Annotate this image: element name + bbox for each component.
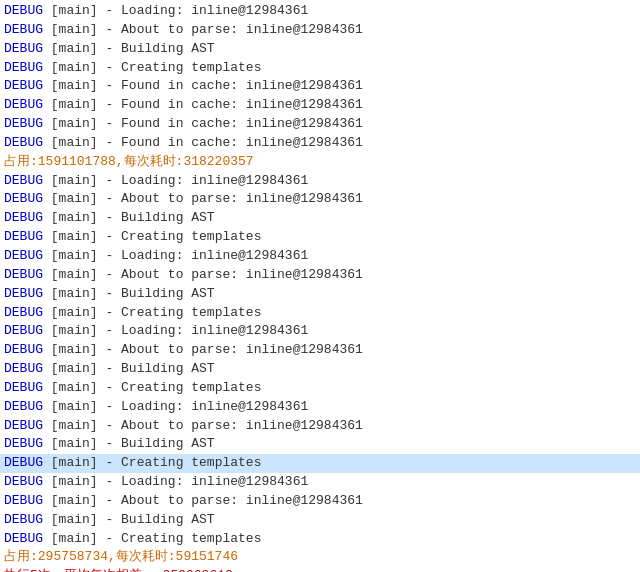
log-text: [main] - Building AST bbox=[43, 436, 215, 451]
log-line-20: DEBUG [main] - Creating templates bbox=[0, 379, 640, 398]
debug-keyword: DEBUG bbox=[4, 97, 43, 112]
debug-keyword: DEBUG bbox=[4, 191, 43, 206]
debug-keyword: DEBUG bbox=[4, 248, 43, 263]
log-line-22: DEBUG [main] - About to parse: inline@12… bbox=[0, 417, 640, 436]
log-line-26: DEBUG [main] - About to parse: inline@12… bbox=[0, 492, 640, 511]
log-line-12: DEBUG [main] - Creating templates bbox=[0, 228, 640, 247]
log-line-19: DEBUG [main] - Building AST bbox=[0, 360, 640, 379]
log-text: [main] - Building AST bbox=[43, 286, 215, 301]
log-line-1: DEBUG [main] - About to parse: inline@12… bbox=[0, 21, 640, 40]
log-line-9: DEBUG [main] - Loading: inline@12984361 bbox=[0, 172, 640, 191]
debug-keyword: DEBUG bbox=[4, 512, 43, 527]
debug-keyword: DEBUG bbox=[4, 229, 43, 244]
log-text: [main] - Loading: inline@12984361 bbox=[43, 399, 308, 414]
log-line-25: DEBUG [main] - Loading: inline@12984361 bbox=[0, 473, 640, 492]
log-line-7: DEBUG [main] - Found in cache: inline@12… bbox=[0, 134, 640, 153]
log-line-6: DEBUG [main] - Found in cache: inline@12… bbox=[0, 115, 640, 134]
log-text: [main] - About to parse: inline@12984361 bbox=[43, 493, 363, 508]
debug-keyword: DEBUG bbox=[4, 267, 43, 282]
log-line-28: DEBUG [main] - Creating templates bbox=[0, 530, 640, 549]
log-text: [main] - Building AST bbox=[43, 210, 215, 225]
log-line-5: DEBUG [main] - Found in cache: inline@12… bbox=[0, 96, 640, 115]
log-text: [main] - Creating templates bbox=[43, 305, 261, 320]
log-text: [main] - Loading: inline@12984361 bbox=[43, 323, 308, 338]
debug-keyword: DEBUG bbox=[4, 418, 43, 433]
stat-line-29: 占用:295758734,每次耗时:59151746 bbox=[0, 548, 640, 567]
log-line-24: DEBUG [main] - Creating templates bbox=[0, 454, 640, 473]
log-text: [main] - Found in cache: inline@12984361 bbox=[43, 78, 363, 93]
log-line-2: DEBUG [main] - Building AST bbox=[0, 40, 640, 59]
log-text: [main] - Creating templates bbox=[43, 60, 261, 75]
debug-keyword: DEBUG bbox=[4, 380, 43, 395]
log-text: [main] - About to parse: inline@12984361 bbox=[43, 267, 363, 282]
debug-keyword: DEBUG bbox=[4, 3, 43, 18]
debug-keyword: DEBUG bbox=[4, 474, 43, 489]
log-line-17: DEBUG [main] - Loading: inline@12984361 bbox=[0, 322, 640, 341]
debug-keyword: DEBUG bbox=[4, 41, 43, 56]
log-text: [main] - About to parse: inline@12984361 bbox=[43, 342, 363, 357]
debug-keyword: DEBUG bbox=[4, 78, 43, 93]
debug-keyword: DEBUG bbox=[4, 116, 43, 131]
exec-line-30: 执行5次，平均每次相差：-259068610 bbox=[0, 567, 640, 572]
log-line-0: DEBUG [main] - Loading: inline@12984361 bbox=[0, 2, 640, 21]
log-line-10: DEBUG [main] - About to parse: inline@12… bbox=[0, 190, 640, 209]
log-line-27: DEBUG [main] - Building AST bbox=[0, 511, 640, 530]
console-container: DEBUG [main] - Loading: inline@12984361D… bbox=[0, 0, 640, 572]
debug-keyword: DEBUG bbox=[4, 493, 43, 508]
debug-keyword: DEBUG bbox=[4, 305, 43, 320]
log-text: [main] - Building AST bbox=[43, 361, 215, 376]
log-line-3: DEBUG [main] - Creating templates bbox=[0, 59, 640, 78]
log-line-14: DEBUG [main] - About to parse: inline@12… bbox=[0, 266, 640, 285]
log-text: [main] - Building AST bbox=[43, 41, 215, 56]
debug-keyword: DEBUG bbox=[4, 323, 43, 338]
log-text: [main] - About to parse: inline@12984361 bbox=[43, 22, 363, 37]
log-line-11: DEBUG [main] - Building AST bbox=[0, 209, 640, 228]
log-line-18: DEBUG [main] - About to parse: inline@12… bbox=[0, 341, 640, 360]
log-text: [main] - Creating templates bbox=[43, 229, 261, 244]
log-line-15: DEBUG [main] - Building AST bbox=[0, 285, 640, 304]
log-text: [main] - About to parse: inline@12984361 bbox=[43, 191, 363, 206]
debug-keyword: DEBUG bbox=[4, 210, 43, 225]
debug-keyword: DEBUG bbox=[4, 22, 43, 37]
log-line-13: DEBUG [main] - Loading: inline@12984361 bbox=[0, 247, 640, 266]
log-text: [main] - Loading: inline@12984361 bbox=[43, 173, 308, 188]
log-line-21: DEBUG [main] - Loading: inline@12984361 bbox=[0, 398, 640, 417]
log-text: [main] - Creating templates bbox=[43, 531, 261, 546]
log-line-4: DEBUG [main] - Found in cache: inline@12… bbox=[0, 77, 640, 96]
debug-keyword: DEBUG bbox=[4, 531, 43, 546]
log-line-23: DEBUG [main] - Building AST bbox=[0, 435, 640, 454]
log-text: [main] - Loading: inline@12984361 bbox=[43, 474, 308, 489]
debug-keyword: DEBUG bbox=[4, 342, 43, 357]
debug-keyword: DEBUG bbox=[4, 436, 43, 451]
log-text: [main] - Creating templates bbox=[43, 380, 261, 395]
log-text: [main] - Loading: inline@12984361 bbox=[43, 248, 308, 263]
debug-keyword: DEBUG bbox=[4, 60, 43, 75]
log-text: [main] - About to parse: inline@12984361 bbox=[43, 418, 363, 433]
debug-keyword: DEBUG bbox=[4, 455, 43, 470]
log-line-16: DEBUG [main] - Creating templates bbox=[0, 304, 640, 323]
debug-keyword: DEBUG bbox=[4, 286, 43, 301]
log-text: [main] - Found in cache: inline@12984361 bbox=[43, 116, 363, 131]
debug-keyword: DEBUG bbox=[4, 135, 43, 150]
log-text: [main] - Creating templates bbox=[43, 455, 261, 470]
debug-keyword: DEBUG bbox=[4, 173, 43, 188]
debug-keyword: DEBUG bbox=[4, 361, 43, 376]
log-text: [main] - Found in cache: inline@12984361 bbox=[43, 97, 363, 112]
debug-keyword: DEBUG bbox=[4, 399, 43, 414]
log-text: [main] - Building AST bbox=[43, 512, 215, 527]
log-text: [main] - Loading: inline@12984361 bbox=[43, 3, 308, 18]
stat-line-8: 占用:1591101788,每次耗时:318220357 bbox=[0, 153, 640, 172]
log-text: [main] - Found in cache: inline@12984361 bbox=[43, 135, 363, 150]
